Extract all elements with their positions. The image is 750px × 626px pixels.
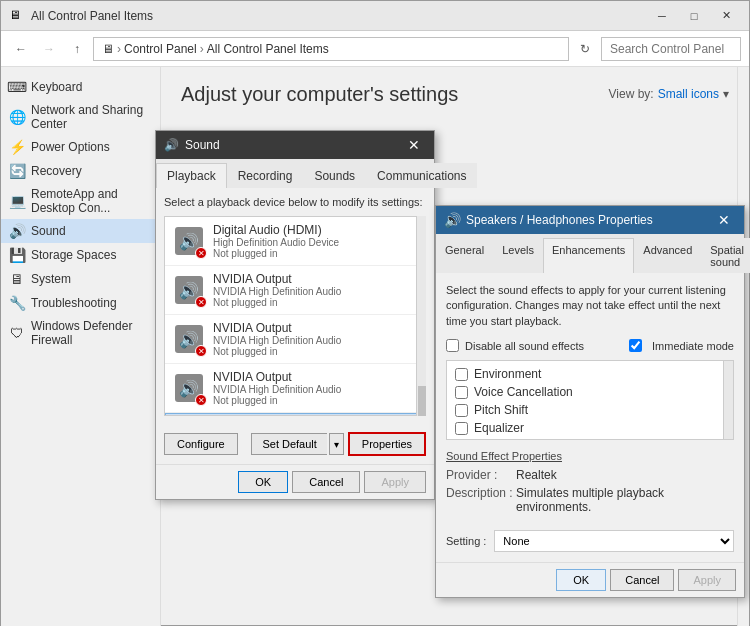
sidebar: ⌨ Keyboard 🌐 Network and Sharing Center …	[1, 67, 161, 626]
tab-advanced[interactable]: Advanced	[634, 238, 701, 273]
maximize-button[interactable]: □	[679, 6, 709, 26]
up-button[interactable]: ↑	[65, 37, 89, 61]
page-title: Adjust your computer's settings	[181, 83, 458, 106]
tab-levels[interactable]: Levels	[493, 238, 543, 273]
device-list[interactable]: 🔊 ✕ Digital Audio (HDMI) High Definition…	[164, 216, 426, 416]
device-list-scrollbar[interactable]	[416, 216, 426, 416]
device-item-speakers[interactable]: 🔊 ✓ Speakers / Headphones Realtek High D…	[165, 413, 425, 416]
effect-equalizer-checkbox[interactable]	[455, 422, 468, 435]
effect-equalizer-label: Equalizer	[474, 421, 524, 435]
forward-button[interactable]: →	[37, 37, 61, 61]
defender-icon: 🛡	[9, 325, 25, 341]
device-badge-nvidia3: ✕	[195, 394, 207, 406]
sep-description-row: Description : Simulates multiple playbac…	[446, 486, 734, 514]
tab-playback[interactable]: Playback	[156, 163, 227, 188]
address-bar: ← → ↑ 🖥 › Control Panel › All Control Pa…	[1, 31, 749, 67]
device-desc-nvidia2: NVIDIA High Definition Audio	[213, 335, 417, 346]
address-path[interactable]: 🖥 › Control Panel › All Control Panel It…	[93, 37, 569, 61]
window-title: All Control Panel Items	[31, 9, 647, 23]
sound-dialog-tabs: Playback Recording Sounds Communications	[156, 159, 434, 188]
tab-sounds[interactable]: Sounds	[303, 163, 366, 188]
window-icon: 🖥	[9, 8, 25, 24]
address-segment-2: All Control Panel Items	[207, 42, 329, 56]
sidebar-item-recovery[interactable]: 🔄 Recovery	[1, 159, 160, 183]
device-status-nvidia2: Not plugged in	[213, 346, 417, 357]
view-by-value[interactable]: Small icons	[658, 87, 719, 101]
sidebar-item-defender[interactable]: 🛡 Windows Defender Firewall	[1, 315, 160, 351]
tab-communications[interactable]: Communications	[366, 163, 477, 188]
sound-ok-button[interactable]: OK	[238, 471, 288, 493]
sidebar-item-power[interactable]: ⚡ Power Options	[1, 135, 160, 159]
search-input[interactable]	[601, 37, 741, 61]
effect-voice-checkbox[interactable]	[455, 386, 468, 399]
device-item-nvidia3[interactable]: 🔊 ✕ NVIDIA Output NVIDIA High Definition…	[165, 364, 425, 413]
device-icon-hdmi: 🔊 ✕	[173, 225, 205, 257]
device-item-hdmi[interactable]: 🔊 ✕ Digital Audio (HDMI) High Definition…	[165, 217, 425, 266]
sidebar-item-network[interactable]: 🌐 Network and Sharing Center	[1, 99, 160, 135]
effect-voice-cancellation[interactable]: Voice Cancellation	[451, 383, 729, 401]
setting-select[interactable]: None	[494, 530, 734, 552]
effect-equalizer[interactable]: Equalizer	[451, 419, 729, 437]
props-body: Select the sound effects to apply for yo…	[436, 273, 744, 562]
device-item-nvidia2[interactable]: 🔊 ✕ NVIDIA Output NVIDIA High Definition…	[165, 315, 425, 364]
sep-description-value: Simulates multiple playback environments…	[516, 486, 734, 514]
minimize-button[interactable]: ─	[647, 6, 677, 26]
props-title: Speakers / Headphones Properties	[466, 213, 712, 227]
disable-effects-checkbox[interactable]	[446, 339, 459, 352]
sidebar-item-label-remote: RemoteApp and Desktop Con...	[31, 187, 152, 215]
sidebar-item-troubleshoot[interactable]: 🔧 Troubleshooting	[1, 291, 160, 315]
tab-spatial[interactable]: Spatial sound	[701, 238, 750, 273]
sidebar-item-system[interactable]: 🖥 System	[1, 267, 160, 291]
props-apply-button[interactable]: Apply	[678, 569, 736, 591]
immediate-mode-checkbox[interactable]	[629, 339, 642, 352]
sidebar-item-remote[interactable]: 💻 RemoteApp and Desktop Con...	[1, 183, 160, 219]
device-item-nvidia1[interactable]: 🔊 ✕ NVIDIA Output NVIDIA High Definition…	[165, 266, 425, 315]
effect-environment-checkbox[interactable]	[455, 368, 468, 381]
effects-list[interactable]: Environment Voice Cancellation Pitch Shi…	[446, 360, 734, 440]
remote-icon: 💻	[9, 193, 25, 209]
sidebar-item-sound[interactable]: 🔊 Sound	[1, 219, 160, 243]
sep-provider-value: Realtek	[516, 468, 557, 482]
system-icon: 🖥	[9, 271, 25, 287]
effect-pitch-shift[interactable]: Pitch Shift	[451, 401, 729, 419]
recovery-icon: 🔄	[9, 163, 25, 179]
device-badge-nvidia2: ✕	[195, 345, 207, 357]
view-by-dropdown-icon[interactable]: ▾	[723, 87, 729, 101]
sidebar-item-label-defender: Windows Defender Firewall	[31, 319, 152, 347]
scrollbar-thumb	[418, 386, 426, 416]
props-title-icon: 🔊	[444, 212, 460, 228]
props-close-button[interactable]: ✕	[712, 210, 736, 230]
tab-recording[interactable]: Recording	[227, 163, 304, 188]
sidebar-item-storage[interactable]: 💾 Storage Spaces	[1, 243, 160, 267]
configure-button[interactable]: Configure	[164, 433, 238, 455]
tab-enhancements[interactable]: Enhancements	[543, 238, 634, 273]
sound-apply-button[interactable]: Apply	[364, 471, 426, 493]
sidebar-item-keyboard[interactable]: ⌨ Keyboard	[1, 75, 160, 99]
sound-cancel-button[interactable]: Cancel	[292, 471, 360, 493]
refresh-button[interactable]: ↻	[573, 37, 597, 61]
properties-button[interactable]: Properties	[348, 432, 426, 456]
keyboard-icon: ⌨	[9, 79, 25, 95]
effect-pitch-checkbox[interactable]	[455, 404, 468, 417]
set-default-button[interactable]: Set Default	[251, 433, 326, 455]
back-button[interactable]: ←	[9, 37, 33, 61]
setting-row: Setting : None	[446, 530, 734, 552]
device-icon-nvidia2: 🔊 ✕	[173, 323, 205, 355]
close-button[interactable]: ✕	[711, 6, 741, 26]
sidebar-item-label-network: Network and Sharing Center	[31, 103, 152, 131]
sound-dialog-title: Sound	[185, 138, 402, 152]
props-ok-button[interactable]: OK	[556, 569, 606, 591]
window-controls: ─ □ ✕	[647, 6, 741, 26]
props-cancel-button[interactable]: Cancel	[610, 569, 674, 591]
effects-scrollbar[interactable]	[723, 361, 733, 440]
set-default-dropdown[interactable]: ▾	[329, 433, 344, 455]
sound-dialog-title-icon: 🔊	[164, 138, 179, 152]
effect-environment[interactable]: Environment	[451, 365, 729, 383]
immediate-mode-label: Immediate mode	[652, 340, 734, 352]
network-icon: 🌐	[9, 109, 25, 125]
sound-dialog-actions: OK Cancel Apply	[156, 464, 434, 499]
sound-dialog-close[interactable]: ✕	[402, 135, 426, 155]
sidebar-item-label-system: System	[31, 272, 71, 286]
effect-pitch-label: Pitch Shift	[474, 403, 528, 417]
tab-general[interactable]: General	[436, 238, 493, 273]
